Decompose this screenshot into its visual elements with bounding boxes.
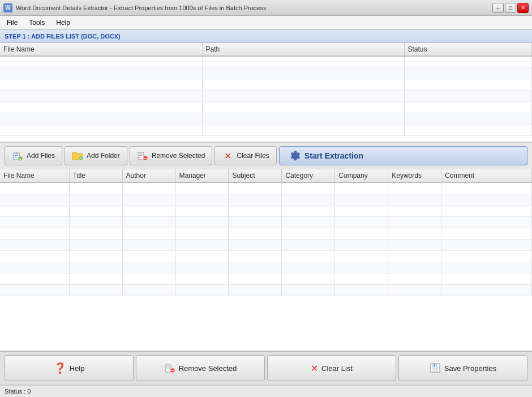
help-button[interactable]: ❓ Help xyxy=(5,355,134,381)
svg-rect-11 xyxy=(139,157,141,158)
svg-rect-16 xyxy=(166,368,170,369)
svg-rect-9 xyxy=(139,153,143,155)
svg-rect-2 xyxy=(15,155,18,156)
bottom-table: File Name Title Author Manager Subject C… xyxy=(0,169,532,296)
svg-rect-22 xyxy=(434,364,435,366)
minimize-button[interactable]: – xyxy=(492,3,504,13)
top-button-bar: + Add Files + Add Folder xyxy=(0,142,532,169)
start-extraction-icon xyxy=(290,150,301,161)
svg-rect-3 xyxy=(15,157,17,158)
add-files-button[interactable]: + Add Files xyxy=(5,146,62,165)
col-b-comment: Comment xyxy=(441,169,532,182)
start-extraction-label: Start Extraction xyxy=(304,151,363,160)
title-bar: W Word Document Details Extractor - Extr… xyxy=(0,0,532,16)
menu-bar: File Tools Help xyxy=(0,16,532,29)
col-b-title: Title xyxy=(69,169,122,182)
menu-tools[interactable]: Tools xyxy=(24,18,49,28)
add-files-icon: + xyxy=(12,150,23,161)
top-table: File Name Path Status xyxy=(0,43,532,136)
save-properties-button[interactable]: Save Properties xyxy=(398,355,527,381)
step1-header: STEP 1 : ADD FILES LIST (DOC, DOCX) xyxy=(0,29,532,43)
remove-selected-bottom-button[interactable]: – Remove Selected xyxy=(136,355,265,381)
table-row xyxy=(0,56,532,67)
start-extraction-button[interactable]: Start Extraction xyxy=(279,146,527,165)
col-filename: File Name xyxy=(0,43,202,56)
remove-selected-top-svg: – xyxy=(137,151,148,161)
top-file-list[interactable]: File Name Path Status xyxy=(0,43,532,142)
top-panel: STEP 1 : ADD FILES LIST (DOC, DOCX) xyxy=(0,29,532,43)
clear-list-icon: ✕ xyxy=(311,363,318,374)
save-properties-icon xyxy=(430,362,441,374)
remove-selected-top-label: Remove Selected xyxy=(152,152,205,160)
add-folder-button[interactable]: + Add Folder xyxy=(65,146,127,165)
table-row xyxy=(0,113,532,124)
clear-list-label: Clear List xyxy=(321,364,353,373)
menu-file[interactable]: File xyxy=(2,18,22,28)
gear-svg xyxy=(290,150,301,162)
remove-selected-top-icon: – xyxy=(137,150,148,161)
col-b-company: Company xyxy=(335,169,388,182)
table-row xyxy=(0,101,532,113)
add-files-svg: + xyxy=(12,151,23,161)
add-folder-icon: + xyxy=(72,150,83,161)
col-b-author: Author xyxy=(122,169,175,182)
table-row xyxy=(0,194,532,205)
col-b-subject: Subject xyxy=(229,169,282,182)
add-files-label: Add Files xyxy=(27,152,55,160)
col-status: Status xyxy=(404,43,532,56)
window-controls: – □ ✕ xyxy=(492,3,529,13)
table-row xyxy=(0,250,532,262)
help-icon: ❓ xyxy=(54,362,66,374)
svg-text:+: + xyxy=(80,156,82,160)
table-row xyxy=(0,79,532,90)
menu-help[interactable]: Help xyxy=(52,18,75,28)
col-b-category: Category xyxy=(282,169,335,182)
svg-text:+: + xyxy=(19,157,22,161)
close-button[interactable]: ✕ xyxy=(517,3,529,13)
app-title: Word Document Details Extractor - Extrac… xyxy=(16,5,266,11)
table-row xyxy=(0,205,532,216)
remove-selected-bottom-label: Remove Selected xyxy=(179,364,237,373)
table-row xyxy=(0,273,532,284)
svg-rect-10 xyxy=(139,155,143,156)
add-folder-svg: + xyxy=(72,151,83,161)
add-folder-label: Add Folder xyxy=(87,152,120,160)
bottom-properties-list[interactable]: File Name Title Author Manager Subject C… xyxy=(0,169,532,351)
clear-files-button[interactable]: ✕ Clear Files xyxy=(214,146,276,165)
svg-text:–: – xyxy=(171,368,174,374)
app-icon: W xyxy=(3,3,12,12)
table-row xyxy=(0,284,532,296)
table-row xyxy=(0,239,532,250)
main-layout: STEP 1 : ADD FILES LIST (DOC, DOCX) File… xyxy=(0,29,532,397)
svg-rect-15 xyxy=(166,366,170,367)
table-row xyxy=(0,228,532,239)
col-b-filename: File Name xyxy=(0,169,69,182)
table-row xyxy=(0,90,532,101)
table-row xyxy=(0,67,532,79)
table-row xyxy=(0,216,532,228)
status-label: Status : xyxy=(5,388,25,395)
clear-files-label: Clear Files xyxy=(237,152,269,160)
table-row xyxy=(0,124,532,135)
svg-text:–: – xyxy=(144,155,147,161)
clear-files-icon: ✕ xyxy=(222,150,233,161)
title-bar-left: W Word Document Details Extractor - Extr… xyxy=(3,3,266,12)
maximize-button[interactable]: □ xyxy=(505,3,516,13)
remove-selected-top-button[interactable]: – Remove Selected xyxy=(130,146,213,165)
bottom-button-bar: ❓ Help – Remove Selected ✕ Clear List xyxy=(0,351,532,385)
svg-rect-21 xyxy=(433,368,437,372)
col-b-manager: Manager xyxy=(175,169,229,182)
save-icon-svg xyxy=(430,362,441,374)
status-bar: Status : 0 xyxy=(0,385,532,397)
status-value: 0 xyxy=(27,388,31,395)
svg-rect-1 xyxy=(15,153,18,155)
table-row xyxy=(0,262,532,273)
help-label: Help xyxy=(70,364,85,373)
clear-list-button[interactable]: ✕ Clear List xyxy=(267,355,396,381)
save-properties-label: Save Properties xyxy=(444,364,497,373)
table-row xyxy=(0,182,532,194)
remove-selected-bottom-icon: – xyxy=(164,362,175,374)
col-path: Path xyxy=(202,43,404,56)
remove-sel-svg: – xyxy=(164,363,175,373)
col-b-keywords: Keywords xyxy=(388,169,441,182)
